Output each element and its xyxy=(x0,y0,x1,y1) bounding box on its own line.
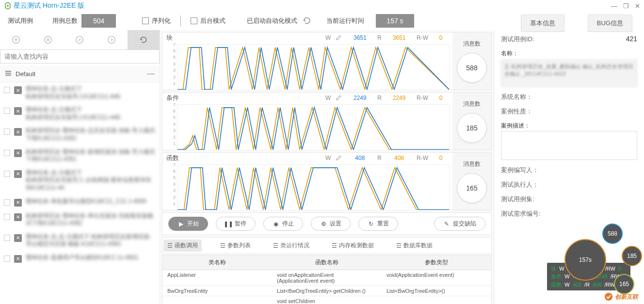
maximize-icon[interactable]: ❐ xyxy=(623,2,629,10)
chart-rw-value: 0 xyxy=(433,34,449,41)
list-item[interactable]: 机构管理历史-警钟任务-单位页面加 无权限页面模式下商K18C211-4362 xyxy=(26,212,156,227)
tab-test-cases[interactable]: 测试用例 xyxy=(0,12,41,30)
bubble-function-count[interactable]: 165 xyxy=(614,274,634,294)
edit-icon[interactable] xyxy=(64,30,96,49)
list-item[interactable]: 警钟任务-总-主模式下机构管理历史页面导入K18C211-449. xyxy=(26,85,156,100)
tab-bug-info[interactable]: BUG信息 xyxy=(588,15,632,32)
msg-label: 消息数 xyxy=(463,40,481,48)
msg-count-condition: 185 xyxy=(457,113,487,143)
textarea-desc[interactable] xyxy=(501,131,637,160)
list-icon: ☲ xyxy=(396,242,402,249)
svg-point-4 xyxy=(108,36,115,44)
list-item[interactable]: 警钟任务-普通用户导出模型K18C2 11-4501 xyxy=(26,254,156,262)
th-param: 参数类型 xyxy=(382,256,491,270)
pause-button[interactable]: ❚❚暂停 xyxy=(216,217,256,231)
item-status-icon: ✕ xyxy=(14,255,22,263)
chart-w-value: 408 xyxy=(347,155,372,161)
list-icon: ☲ xyxy=(332,242,337,249)
list-item[interactable]: 警钟任务-总-总-主模式下 机构管理历史新增页面-导出模型为页面 模板-K18C… xyxy=(26,233,156,248)
bubble-block-count[interactable]: 588 xyxy=(602,224,623,244)
divider xyxy=(180,16,181,26)
bubble-main-time[interactable]: 157s xyxy=(564,239,606,281)
minimize-icon[interactable]: — xyxy=(611,2,617,10)
bubble-condition-count[interactable]: 185 xyxy=(622,246,642,266)
test-case-list: ✕警钟任务-总-主模式下机构管理历史页面导入K18C211-449. ✕警钟任务… xyxy=(0,82,160,304)
label-test-id: 测试用例ID: xyxy=(501,35,534,44)
item-status-icon: ✕ xyxy=(14,170,22,178)
delete-icon[interactable] xyxy=(32,30,64,49)
checkbox-serialize[interactable]: 序列化 xyxy=(135,16,177,25)
pencil-icon[interactable] xyxy=(336,34,342,42)
checkbox-icon[interactable] xyxy=(4,214,10,220)
chart-title: 条件 xyxy=(166,94,183,102)
reset-icon: ↻ xyxy=(368,221,374,227)
tab-basic-info[interactable]: 基本信息 xyxy=(521,15,564,32)
list-icon: ☲ xyxy=(167,242,173,249)
checkbox-icon xyxy=(191,17,197,24)
item-status-icon: ✕ xyxy=(14,128,22,136)
chart-canvas-function: 7654321 xyxy=(177,164,450,210)
checkbox-icon[interactable] xyxy=(4,87,10,93)
tab-db[interactable]: ☲数据库数据 xyxy=(392,240,436,252)
svg-rect-7 xyxy=(5,75,11,76)
list-item[interactable]: 机构管理历史-警钟任务-总历史页面 加验-导入模式下商K18C211-4352 xyxy=(26,127,156,142)
list-icon: ☲ xyxy=(273,242,278,249)
list-item[interactable]: 警钟任务-单批量导出模型K18C21_C21 1-4500 xyxy=(26,198,156,206)
list-item[interactable]: 机构管理历史-警钟任务-新增页面加 加验-导入模式下商K18C211-4351 xyxy=(26,148,156,163)
chart-r-value: 408 xyxy=(386,155,412,161)
label-total-cases: 用例总数 xyxy=(41,16,81,25)
pause-icon: ❚❚ xyxy=(225,221,232,227)
reset-button[interactable]: ↻重置 xyxy=(358,217,398,231)
gear-icon: ⚙ xyxy=(320,221,327,227)
tab-run-status[interactable]: ☲类运行情况 xyxy=(269,240,313,252)
table-row[interactable]: AppListenervoid onApplicationEvent (Appl… xyxy=(162,270,491,286)
chart-row-condition: 条件 W 2249 R 2249 R-W 0 7654321 xyxy=(162,92,492,150)
add-icon[interactable] xyxy=(0,30,32,49)
search-input[interactable] xyxy=(0,49,160,64)
item-status-icon: ✕ xyxy=(14,149,22,157)
play-icon: ▶ xyxy=(177,221,184,227)
th-class: 类名称 xyxy=(162,256,272,270)
tab-mem[interactable]: ☲内存检测数据 xyxy=(328,240,378,252)
checkbox-icon[interactable] xyxy=(4,108,10,114)
app-logo-icon xyxy=(4,2,12,10)
list-item[interactable]: 警钟任务-总-主模式下机构管理历史页面导入K18C211-449. xyxy=(26,106,156,121)
checkbox-icon[interactable] xyxy=(4,256,10,262)
tab-fn-call[interactable]: ☲函数调用 xyxy=(163,240,202,252)
checkbox-icon[interactable] xyxy=(4,128,10,135)
chart-w-value: 2249 xyxy=(347,95,372,101)
start-button[interactable]: ▶开始 xyxy=(168,217,208,231)
tab-params[interactable]: ☲参数列表 xyxy=(216,240,255,252)
refresh-tree-icon[interactable] xyxy=(128,30,160,49)
checkbox-icon[interactable] xyxy=(4,235,10,241)
settings-button[interactable]: ⚙设置 xyxy=(311,217,351,231)
table-row[interactable]: BwOrgTreeEntityList<BwOrgTreeEntity> get… xyxy=(162,286,491,296)
next-icon[interactable] xyxy=(96,30,128,49)
pencil-icon[interactable] xyxy=(336,154,342,162)
chart-w-value: 3651 xyxy=(347,34,372,41)
collapse-icon[interactable]: — xyxy=(147,69,155,78)
label-system: 系统名称： xyxy=(501,93,532,101)
submit-defect-button[interactable]: ✎提交缺陷 xyxy=(434,217,485,231)
checkbox-icon[interactable] xyxy=(4,171,10,177)
checkbox-icon[interactable] xyxy=(4,199,10,206)
close-icon[interactable]: ✕ xyxy=(635,2,640,10)
checkbox-icon[interactable] xyxy=(4,150,10,156)
pencil-icon[interactable] xyxy=(336,94,342,102)
stop-button[interactable]: ◉停止 xyxy=(263,217,303,231)
refresh-icon[interactable] xyxy=(301,15,313,27)
msg-count-block: 588 xyxy=(457,53,487,83)
th-func: 函数名称 xyxy=(272,256,382,270)
tree-icon xyxy=(5,70,12,78)
svg-rect-5 xyxy=(5,71,11,72)
msg-label: 消息数 xyxy=(463,160,481,168)
item-status-icon: ✕ xyxy=(14,86,22,94)
msg-count-function: 165 xyxy=(457,173,487,203)
tree-group-default[interactable]: Default xyxy=(16,70,35,78)
checkbox-background[interactable]: 后台模式 xyxy=(184,16,232,25)
list-item[interactable]: 警钟任务-总-主模式下机构管理历史页面导入-从机构指 基本信息查询等待K18C2… xyxy=(26,169,156,192)
label-nature: 案例性质： xyxy=(501,107,532,116)
value-name: 正 机构管理历史_批量_删除确认 确认_机构历史管理历史确认 _00118C21… xyxy=(501,60,637,87)
table-row[interactable]: void setChildren xyxy=(162,296,491,304)
label-runtime: 当前运行时间 xyxy=(313,16,364,25)
